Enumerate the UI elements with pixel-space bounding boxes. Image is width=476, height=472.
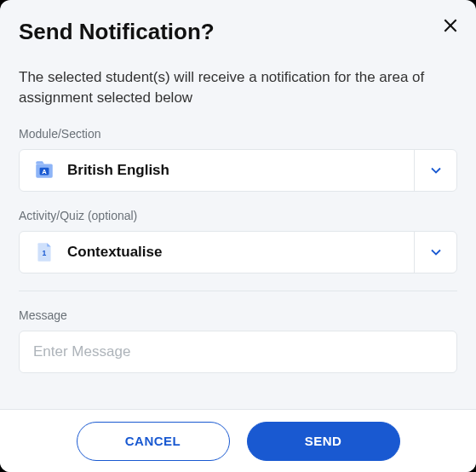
cancel-button-label: CANCEL: [125, 434, 181, 448]
svg-text:1: 1: [43, 249, 47, 257]
close-icon: [442, 17, 459, 34]
modal-title: Send Notification?: [19, 19, 457, 45]
divider: [19, 291, 457, 291]
activity-icon: 1: [33, 241, 55, 263]
module-value: British English: [67, 162, 169, 179]
activity-label: Activity/Quiz (optional): [19, 209, 457, 222]
message-label: Message: [19, 308, 457, 322]
chevron-down-icon: [427, 162, 444, 179]
module-chevron[interactable]: [414, 150, 456, 191]
send-notification-modal: Send Notification? The selected student(…: [0, 0, 476, 472]
send-button[interactable]: SEND: [247, 422, 400, 461]
modal-footer: CANCEL SEND: [0, 409, 476, 472]
module-select[interactable]: A British English: [19, 149, 457, 192]
svg-text:A: A: [42, 167, 47, 175]
message-input[interactable]: [19, 331, 457, 373]
close-button[interactable]: [439, 14, 462, 37]
activity-value: Contextualise: [67, 244, 162, 261]
activity-chevron[interactable]: [414, 232, 456, 273]
cancel-button[interactable]: CANCEL: [77, 422, 230, 461]
activity-select[interactable]: 1 Contextualise: [19, 231, 457, 273]
send-button-label: SEND: [305, 434, 342, 448]
module-icon: A: [33, 159, 55, 181]
chevron-down-icon: [427, 244, 444, 261]
module-label: Module/Section: [19, 127, 457, 141]
modal-description: The selected student(s) will receive a n…: [19, 67, 457, 108]
